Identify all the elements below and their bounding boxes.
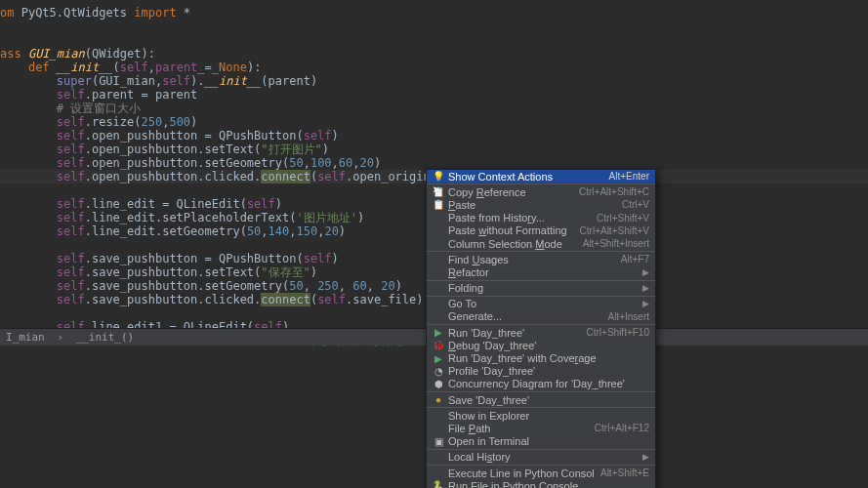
menu-item-shortcut: Alt+Enter <box>609 171 649 182</box>
code-line[interactable] <box>0 33 868 47</box>
context-menu-item[interactable]: 🐞Debug 'Day_three' <box>427 339 655 351</box>
context-menu-separator <box>427 465 655 466</box>
context-menu-item[interactable]: Show in Explorer <box>427 409 655 422</box>
menu-item-label: Show Context Actions <box>448 171 603 183</box>
context-menu-separator <box>427 251 655 252</box>
code-line[interactable]: om PyQt5.QtWidgets import * <box>0 6 868 20</box>
menu-item-icon: ▣ <box>431 436 446 447</box>
menu-item-label: Paste <box>448 199 616 211</box>
menu-item-label: Folding <box>448 282 637 294</box>
context-menu-item[interactable]: ▶Run 'Day_three' with Coverage <box>427 351 655 364</box>
context-menu-item[interactable]: ⬢Concurrency Diagram for 'Day_three' <box>427 378 655 390</box>
menu-item-label: Go To <box>448 298 637 309</box>
menu-item-icon: ◔ <box>431 366 446 377</box>
context-menu-item[interactable]: Generate...Alt+Insert <box>427 310 655 323</box>
context-menu-separator <box>427 449 655 450</box>
menu-item-shortcut: Ctrl+V <box>622 199 649 210</box>
code-line[interactable]: ass GUI_mian(QWidget): <box>0 47 868 61</box>
menu-item-label: Execute Line in Python Console <box>448 468 595 479</box>
menu-item-icon: 📋 <box>431 186 446 197</box>
code-line[interactable]: super(GUI_mian,self).__init__(parent) <box>0 74 868 88</box>
menu-item-shortcut: Ctrl+Shift+V <box>597 213 649 224</box>
context-menu-item[interactable]: Paste from History...Ctrl+Shift+V <box>427 212 655 224</box>
menu-item-label: Debug 'Day_three' <box>448 340 649 351</box>
code-line[interactable]: def __init__(self,parent_=_None): <box>0 61 868 74</box>
code-line[interactable]: # 设置窗口大小 <box>0 102 868 115</box>
menu-item-label: Concurrency Diagram for 'Day_three' <box>448 378 649 389</box>
menu-item-label: Generate... <box>448 310 601 322</box>
submenu-arrow-icon: ▶ <box>642 283 649 293</box>
context-menu-item[interactable]: File PathCtrl+Alt+F12 <box>427 422 655 434</box>
context-menu-item[interactable]: Local History▶ <box>427 451 655 464</box>
code-line[interactable]: self.open_pushbutton.setText("打开图片") <box>0 142 868 156</box>
menu-item-shortcut: Alt+F7 <box>621 254 649 264</box>
menu-item-label: Save 'Day_three' <box>448 394 649 406</box>
context-menu[interactable]: 💡Show Context ActionsAlt+Enter📋Copy Refe… <box>426 169 656 488</box>
context-menu-item[interactable]: ▣Open in Terminal <box>427 435 655 448</box>
breadcrumb-method[interactable]: __init_() <box>76 331 135 344</box>
menu-item-shortcut: Alt+Shift+Insert <box>583 238 649 249</box>
menu-item-icon: ▶ <box>431 353 446 364</box>
code-line[interactable] <box>0 20 868 33</box>
context-menu-separator <box>427 324 655 325</box>
context-menu-separator <box>427 296 655 297</box>
menu-item-icon: ▶ <box>431 327 446 338</box>
menu-item-icon: ⬢ <box>431 379 446 389</box>
submenu-arrow-icon: ▶ <box>642 452 649 462</box>
menu-item-shortcut: Ctrl+Alt+Shift+V <box>580 225 649 236</box>
menu-item-label: Show in Explorer <box>448 410 649 422</box>
menu-item-shortcut: Ctrl+Alt+F12 <box>595 423 649 433</box>
menu-item-label: File Path <box>448 423 589 434</box>
context-menu-item[interactable]: Refactor▶ <box>427 265 655 278</box>
context-menu-item[interactable]: 📋Copy ReferenceCtrl+Alt+Shift+C <box>427 185 655 198</box>
menu-item-label: Column Selection Mode <box>448 238 577 250</box>
submenu-arrow-icon: ▶ <box>642 299 649 308</box>
context-menu-item[interactable]: 🐍Run File in Python Console <box>427 479 655 488</box>
context-menu-item[interactable]: ●Save 'Day_three' <box>427 393 655 406</box>
menu-item-label: Profile 'Day_three' <box>448 365 649 377</box>
menu-item-icon: 💡 <box>431 171 446 182</box>
context-menu-item[interactable]: ◔Profile 'Day_three' <box>427 365 655 378</box>
menu-item-label: Find Usages <box>448 254 615 265</box>
breadcrumb-arrow: › <box>57 331 63 344</box>
context-menu-item[interactable]: Find UsagesAlt+F7 <box>427 253 655 265</box>
context-menu-item[interactable]: 📋PasteCtrl+V <box>427 198 655 211</box>
menu-item-label: Run 'Day_three' with Coverage <box>448 352 649 364</box>
menu-item-icon: ● <box>431 394 446 405</box>
code-line[interactable]: self.resize(250,500) <box>0 115 868 129</box>
menu-item-label: Local History <box>448 451 637 463</box>
context-menu-item[interactable]: Column Selection ModeAlt+Shift+Insert <box>427 237 655 250</box>
menu-item-label: Open in Terminal <box>448 435 649 447</box>
menu-item-icon: 🐍 <box>431 480 446 488</box>
context-menu-item[interactable]: Execute Line in Python ConsoleAlt+Shift+… <box>427 467 655 479</box>
context-menu-item[interactable]: Go To▶ <box>427 298 655 310</box>
code-line[interactable]: self.open_pushbutton = QPushButton(self) <box>0 129 868 142</box>
menu-item-shortcut: Alt+Shift+E <box>600 468 649 478</box>
submenu-arrow-icon: ▶ <box>642 267 649 277</box>
code-line[interactable]: self.parent = parent <box>0 88 868 102</box>
menu-item-icon: 📋 <box>431 199 446 210</box>
menu-item-label: Paste without Formatting <box>448 224 574 236</box>
context-menu-separator <box>427 183 655 184</box>
menu-item-label: Refactor <box>448 266 637 278</box>
menu-item-label: Run 'Day_three' <box>448 327 581 339</box>
menu-item-shortcut: Ctrl+Shift+F10 <box>587 327 649 338</box>
menu-item-label: Copy Reference <box>448 186 573 198</box>
menu-item-label: Paste from History... <box>448 212 591 224</box>
context-menu-separator <box>427 280 655 281</box>
menu-item-shortcut: Ctrl+Alt+Shift+C <box>579 186 649 197</box>
breadcrumb-class[interactable]: I_mian <box>6 331 45 344</box>
menu-item-shortcut: Alt+Insert <box>607 311 649 322</box>
context-menu-item[interactable]: Paste without FormattingCtrl+Alt+Shift+V <box>427 224 655 237</box>
menu-item-label: Run File in Python Console <box>448 480 649 488</box>
context-menu-item[interactable]: ▶Run 'Day_three'Ctrl+Shift+F10 <box>427 326 655 339</box>
menu-item-icon: 🐞 <box>431 340 446 350</box>
context-menu-item[interactable]: Folding▶ <box>427 282 655 295</box>
context-menu-separator <box>427 391 655 392</box>
context-menu-separator <box>427 407 655 408</box>
code-line[interactable]: self.open_pushbutton.setGeometry(50,100,… <box>0 156 868 170</box>
context-menu-item[interactable]: 💡Show Context ActionsAlt+Enter <box>427 170 655 183</box>
